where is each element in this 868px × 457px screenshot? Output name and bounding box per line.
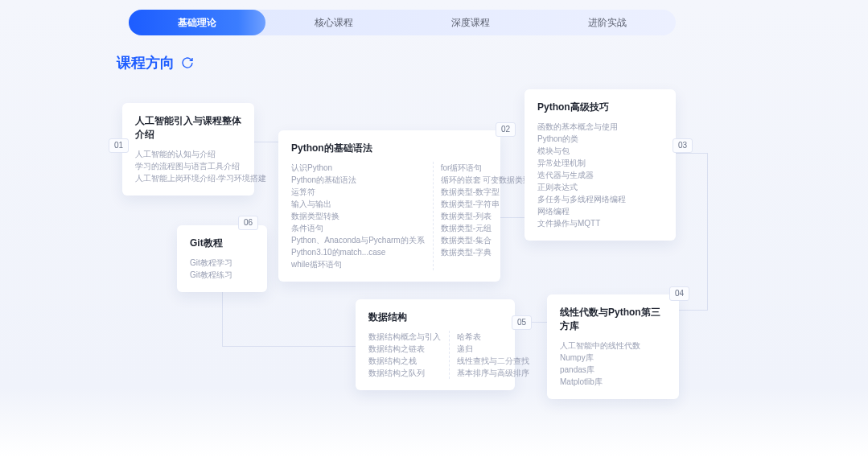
list-item: 数据类型-数字型: [441, 186, 532, 198]
list-item: 人工智能的认知与介绍: [135, 148, 241, 160]
badge-01: 01: [109, 138, 129, 153]
list-item: while循环语句: [291, 258, 425, 270]
card-list: 数据结构概念与引入 数据结构之链表 数据结构之栈 数据结构之队列: [368, 331, 441, 379]
card-ai-intro[interactable]: 人工智能引入与课程整体介绍 人工智能的认知与介绍 学习的流程图与语言工具介绍 人…: [122, 103, 254, 196]
list-item: 数据结构概念与引入: [368, 331, 441, 343]
list-item: 多任务与多线程网络编程: [537, 193, 663, 205]
list-item: 正则表达式: [537, 181, 663, 193]
list-item: 条件语句: [291, 222, 425, 234]
list-item: 数据类型-字典: [441, 246, 532, 258]
card-title: Python的基础语法: [291, 142, 487, 155]
card-title: Git教程: [190, 237, 254, 250]
list-item: 数据类型-列表: [441, 210, 532, 222]
list-item: 数据类型-字符串: [441, 198, 532, 210]
list-item: Git教程学习: [190, 257, 254, 269]
list-item: Python的基础语法: [291, 174, 425, 186]
card-title: 人工智能引入与课程整体介绍: [135, 114, 241, 142]
list-item: 线性查找与二分查找: [457, 355, 529, 367]
card-data-structure[interactable]: 数据结构 数据结构概念与引入 数据结构之链表 数据结构之栈 数据结构之队列 哈希…: [356, 299, 515, 390]
list-item: 函数的基本概念与使用: [537, 121, 663, 133]
list-item: 人工智能中的线性代数: [560, 340, 666, 352]
list-item: 迭代器与生成器: [537, 169, 663, 181]
list-item: 哈希表: [457, 331, 529, 343]
card-list: 哈希表 递归 线性查找与二分查找 基本排序与高级排序: [457, 331, 529, 379]
list-item: 数据结构之栈: [368, 355, 441, 367]
list-item: Python3.10的match...case: [291, 246, 425, 258]
list-item: 模块与包: [537, 145, 663, 157]
card-list: 人工智能的认知与介绍 学习的流程图与语言工具介绍 人工智能上岗环境介绍-学习环境…: [135, 148, 241, 184]
list-item: 运算符: [291, 186, 425, 198]
list-item: 文件操作与MQTT: [537, 217, 663, 229]
card-list: 函数的基本概念与使用 Python的类 模块与包 异常处理机制 迭代器与生成器 …: [537, 121, 663, 229]
card-linear-algebra[interactable]: 线性代数与Python第三方库 人工智能中的线性代数 Numpy库 pandas…: [547, 294, 679, 399]
card-title: 线性代数与Python第三方库: [560, 306, 666, 333]
list-item: for循环语句: [441, 162, 532, 174]
list-item: 数据类型-元组: [441, 222, 532, 234]
card-python-advanced[interactable]: Python高级技巧 函数的基本概念与使用 Python的类 模块与包 异常处理…: [525, 89, 676, 241]
card-list: 人工智能中的线性代数 Numpy库 pandas库 Matplotlib库: [560, 340, 666, 388]
list-item: 学习的流程图与语言工具介绍: [135, 160, 241, 172]
card-title: Python高级技巧: [537, 101, 663, 114]
list-item: 数据结构之链表: [368, 343, 441, 355]
list-item: 数据结构之队列: [368, 367, 441, 379]
list-item: 人工智能上岗环境介绍-学习环境搭建: [135, 172, 241, 184]
card-python-basic[interactable]: Python的基础语法 认识Python Python的基础语法 运算符 输入与…: [278, 130, 500, 282]
list-item: 基本排序与高级排序: [457, 367, 529, 379]
badge-04: 04: [669, 286, 689, 301]
list-item: 数据类型转换: [291, 210, 425, 222]
badge-05: 05: [512, 315, 532, 330]
list-item: 网络编程: [537, 205, 663, 217]
list-item: Python、Anaconda与Pycharm的关系: [291, 234, 425, 246]
list-item: 递归: [457, 343, 529, 355]
badge-02: 02: [496, 122, 516, 137]
list-item: Numpy库: [560, 352, 666, 364]
card-git[interactable]: Git教程 Git教程学习 Git教程练习: [177, 225, 267, 292]
list-item: 输入与输出: [291, 198, 425, 210]
badge-06: 06: [238, 216, 258, 230]
list-item: Matplotlib库: [560, 376, 666, 388]
list-item: 数据类型-集合: [441, 234, 532, 246]
card-title: 数据结构: [368, 311, 502, 324]
list-item: 认识Python: [291, 162, 425, 174]
list-item: Git教程练习: [190, 269, 254, 281]
list-item: pandas库: [560, 364, 666, 376]
list-item: Python的类: [537, 133, 663, 145]
card-list: Git教程学习 Git教程练习: [190, 257, 254, 281]
card-list: 认识Python Python的基础语法 运算符 输入与输出 数据类型转换 条件…: [291, 162, 425, 270]
card-list: for循环语句 循环的嵌套 可变数据类型 数据类型-数字型 数据类型-字符串 数…: [441, 162, 532, 258]
badge-03: 03: [673, 138, 693, 153]
list-item: 循环的嵌套 可变数据类型: [441, 174, 532, 186]
list-item: 异常处理机制: [537, 157, 663, 169]
